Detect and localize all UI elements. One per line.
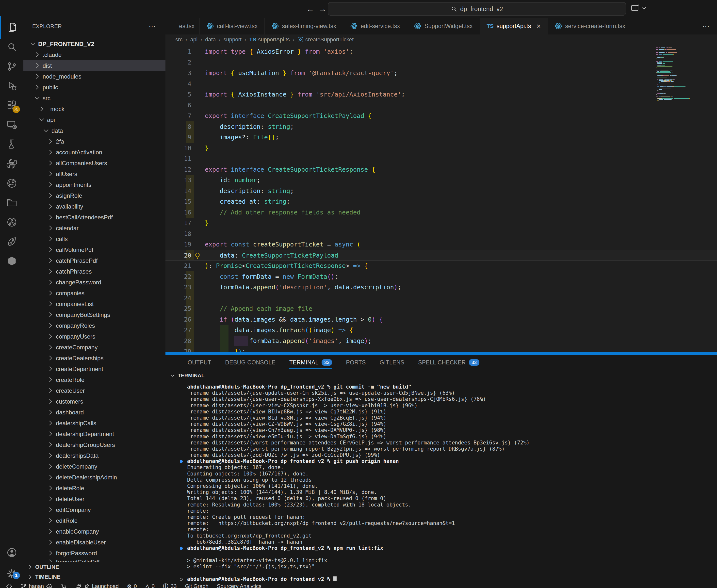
tabs-overflow-button[interactable]: ⋯ <box>702 18 717 35</box>
panel-tab-terminal[interactable]: TERMINAL33 <box>289 355 332 370</box>
gitlens-icon[interactable] <box>0 232 23 251</box>
run-debug-icon[interactable] <box>0 76 23 96</box>
tree-item-dealershipCalls[interactable]: dealershipCalls <box>23 418 166 429</box>
accounts-icon[interactable] <box>0 545 23 560</box>
tree-item-createRole[interactable]: createRole <box>23 375 166 385</box>
tree-item-forgotPassword[interactable]: forgotPassword <box>23 548 166 559</box>
status-launchpad[interactable]: Launchpad <box>75 583 119 588</box>
panel-tab-output[interactable]: OUTPUT <box>188 355 211 370</box>
nav-back-button[interactable]: ← <box>305 3 316 14</box>
settings-gear-icon[interactable]: 1 <box>0 566 23 581</box>
tree-item-customers[interactable]: customers <box>23 396 166 407</box>
explorer-icon[interactable] <box>0 18 23 37</box>
status-git-graph[interactable]: Git Graph <box>185 583 208 588</box>
tree-item-api[interactable]: api <box>23 114 166 125</box>
tree-item-.claude[interactable]: .claude <box>23 49 166 60</box>
tree-item-companies[interactable]: companies <box>23 288 166 299</box>
tab-edit-service.tsx[interactable]: edit-service.tsx <box>343 18 407 35</box>
tree-item-createDepartment[interactable]: createDepartment <box>23 364 166 375</box>
live-share-icon[interactable] <box>0 173 23 193</box>
testing-icon[interactable] <box>0 134 23 154</box>
tree-item-deleteDealershipAdmin[interactable]: deleteDealershipAdmin <box>23 472 166 483</box>
tree-item-_mock[interactable]: _mock <box>23 104 166 114</box>
lightbulb-icon[interactable] <box>194 252 201 259</box>
tree-item-companyBotSettings[interactable]: companyBotSettings <box>23 310 166 320</box>
nav-forward-button[interactable]: → <box>317 3 328 14</box>
layout-toggle-button[interactable] <box>630 3 647 13</box>
breadcrumb-item-data[interactable]: data <box>205 37 216 43</box>
command-center-search[interactable]: dp_frontend_v2 <box>328 2 626 16</box>
explorer-more-actions-button[interactable]: ⋯ <box>149 22 155 30</box>
remote-explorer-icon[interactable] <box>0 115 23 134</box>
status-problems-errors[interactable]: ⊗0 <box>127 583 137 588</box>
tree-item-dealershipsData[interactable]: dealershipsData <box>23 450 166 461</box>
panel-tab-spell-checker[interactable]: SPELL CHECKER33 <box>418 355 479 370</box>
command-decoration-dot[interactable] <box>180 460 183 463</box>
command-decoration-dot[interactable] <box>180 578 183 581</box>
tree-item-frequentCallsPdf[interactable]: frequentCallsPdf <box>23 559 166 562</box>
tree-item-src[interactable]: src <box>23 93 166 104</box>
tree-item-catchPhrases[interactable]: catchPhrases <box>23 266 166 277</box>
tree-item-editRole[interactable]: editRole <box>23 516 166 526</box>
tree-item-deleteUser[interactable]: deleteUser <box>23 494 166 505</box>
tab-sales-timing-view.tsx[interactable]: sales-timing-view.tsx <box>265 18 343 35</box>
tree-item-appointments[interactable]: appointments <box>23 180 166 190</box>
tree-item-createCompany[interactable]: createCompany <box>23 342 166 353</box>
tree-item-enableCompany[interactable]: enableCompany <box>23 526 166 537</box>
tree-item-node_modules[interactable]: node_modules <box>23 71 166 82</box>
tree-item-dealershipDepartment[interactable]: dealershipDepartment <box>23 429 166 440</box>
tab-es.tsx[interactable]: es.tsx <box>166 18 200 35</box>
tree-item-dist[interactable]: dist <box>23 60 166 71</box>
panel-tab-debug-console[interactable]: DEBUG CONSOLE <box>225 355 276 370</box>
breadcrumb-item-src[interactable]: src <box>175 37 183 43</box>
status-git-branch[interactable]: hanan <box>21 583 52 588</box>
tree-item-companyUsers[interactable]: companyUsers <box>23 331 166 342</box>
project-manager-icon[interactable] <box>0 193 23 212</box>
tree-item-availability[interactable]: availability <box>23 201 166 212</box>
tree-item-createUser[interactable]: createUser <box>23 385 166 396</box>
tree-item-calendar[interactable]: calendar <box>23 223 166 234</box>
timeline-section-header[interactable]: TIMELINE <box>23 572 166 582</box>
command-decoration-dot[interactable] <box>180 547 183 550</box>
breadcrumb-item-supportApi.ts[interactable]: TSsupportApi.ts <box>249 37 290 43</box>
tree-item-accountActivation[interactable]: accountActivation <box>23 147 166 158</box>
status-remote-indicator[interactable] <box>6 583 12 588</box>
terminal-section-header[interactable]: TERMINAL <box>166 370 717 381</box>
outline-section-header[interactable]: OUTLINE <box>23 562 166 572</box>
breadcrumb-item-api[interactable]: api <box>190 37 197 43</box>
tree-item-bestCallAttendeesPdf[interactable]: bestCallAttendeesPdf <box>23 212 166 223</box>
panel-resize-sash[interactable] <box>166 352 717 355</box>
status-compare-changes[interactable] <box>61 583 67 588</box>
terminal-output[interactable]: abdulhanan@Abduls-MacBook-Pro dp_fronten… <box>166 381 717 581</box>
panel-tab-gitlens[interactable]: GITLENS <box>380 355 404 370</box>
tree-item-companyRoles[interactable]: companyRoles <box>23 320 166 331</box>
tab-SupportWidget.tsx[interactable]: SupportWidget.tsx <box>407 18 480 35</box>
status-sourcery-analytics[interactable]: Sourcery Analytics <box>217 583 261 588</box>
tree-item-calls[interactable]: calls <box>23 234 166 245</box>
tree-item-data[interactable]: data <box>23 125 166 136</box>
tree-item-allUsers[interactable]: allUsers <box>23 169 166 180</box>
tree-item-asignRole[interactable]: asignRole <box>23 190 166 201</box>
tree-item-deleteRole[interactable]: deleteRole <box>23 483 166 494</box>
tree-item-editCompany[interactable]: editCompany <box>23 505 166 516</box>
tab-service-create-form.tsx[interactable]: service-create-form.tsx <box>548 18 632 35</box>
code-editor[interactable]: 1import type { AxiosError } from 'axios'… <box>166 45 717 352</box>
tree-item-companiesList[interactable]: companiesList <box>23 299 166 310</box>
tree-item-deleteCompany[interactable]: deleteCompany <box>23 461 166 472</box>
tree-item-enableDisableUser[interactable]: enableDisableUser <box>23 537 166 548</box>
breadcrumb-item-support[interactable]: support <box>224 37 241 43</box>
minimap[interactable] <box>656 47 699 102</box>
tree-item-callVolumePdf[interactable]: callVolumePdf <box>23 245 166 255</box>
tree-item-changePassword[interactable]: changePassword <box>23 277 166 288</box>
tree-root-folder[interactable]: DP_FRONTEND_V2 <box>23 39 166 49</box>
tree-item-createDealerships[interactable]: createDealerships <box>23 353 166 364</box>
status-problems-info[interactable]: ⓘ33 <box>163 583 176 588</box>
tree-item-2fa[interactable]: 2fa <box>23 136 166 147</box>
python-icon[interactable] <box>0 154 23 173</box>
tree-item-allCompaniesUsers[interactable]: allCompaniesUsers <box>23 158 166 169</box>
search-icon[interactable] <box>0 37 23 57</box>
source-control-icon[interactable] <box>0 57 23 76</box>
panel-tab-ports[interactable]: PORTS <box>346 355 366 370</box>
tree-item-public[interactable]: public <box>23 82 166 93</box>
package-icon[interactable] <box>0 251 23 271</box>
